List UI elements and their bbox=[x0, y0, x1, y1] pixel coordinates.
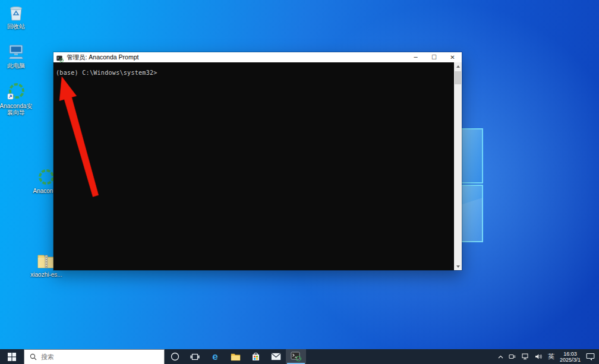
desktop-icon-recycle-bin[interactable]: 回收站 bbox=[0, 4, 33, 30]
window-title: 管理员: Anaconda Prompt bbox=[67, 53, 406, 62]
task-view-icon bbox=[190, 353, 200, 361]
cortana-icon bbox=[171, 352, 179, 361]
edge-icon: e bbox=[212, 352, 217, 362]
desktop-icon-this-pc[interactable]: 此电脑 bbox=[0, 43, 33, 69]
anaconda-icon bbox=[37, 168, 55, 186]
action-center-icon[interactable] bbox=[586, 353, 595, 360]
usb-device-icon[interactable] bbox=[509, 353, 516, 360]
minimize-button[interactable]: ─ bbox=[406, 52, 425, 62]
scroll-down-icon[interactable] bbox=[454, 262, 462, 270]
start-button[interactable] bbox=[0, 349, 24, 364]
taskbar-anaconda-prompt-button[interactable] bbox=[286, 349, 306, 364]
desktop-icon-anaconda-wizard[interactable]: Anaconda安装向导 bbox=[0, 83, 34, 116]
taskbar-edge-button[interactable]: e bbox=[205, 349, 225, 364]
window-titlebar[interactable]: 管理员: Anaconda Prompt ─ ☐ ✕ bbox=[53, 52, 462, 62]
volume-icon[interactable] bbox=[535, 353, 543, 360]
taskbar-clock[interactable]: 16:03 2025/3/1 bbox=[560, 351, 581, 363]
file-explorer-icon bbox=[231, 353, 241, 361]
network-icon[interactable] bbox=[522, 353, 529, 360]
desktop-icon-label: 此电脑 bbox=[7, 62, 25, 69]
desktop: 回收站 此电脑 Anaconda安装向导 An bbox=[0, 0, 599, 364]
this-pc-icon bbox=[7, 43, 25, 61]
recycle-bin-icon bbox=[8, 4, 24, 21]
terminal-prompt-line: (base) C:\Windows\system32> bbox=[56, 69, 157, 76]
hidden-icons-chevron-icon[interactable] bbox=[498, 355, 503, 359]
taskbar-search[interactable] bbox=[24, 349, 165, 364]
taskbar-file-explorer-button[interactable] bbox=[225, 349, 245, 364]
scrollbar-thumb[interactable] bbox=[455, 71, 461, 84]
desktop-icon-label: xiaozhi-es... bbox=[30, 271, 62, 278]
taskbar-mail-button[interactable] bbox=[266, 349, 286, 364]
terminal-scrollbar[interactable] bbox=[454, 62, 462, 270]
taskbar: e bbox=[0, 349, 599, 364]
taskbar-task-view-button[interactable] bbox=[185, 349, 205, 364]
clock-date: 2025/3/1 bbox=[560, 357, 581, 363]
anaconda-prompt-icon bbox=[56, 54, 64, 61]
desktop-icon-label: 回收站 bbox=[7, 23, 25, 30]
search-icon bbox=[30, 353, 37, 360]
anaconda-wizard-icon bbox=[7, 83, 26, 101]
store-icon bbox=[251, 352, 260, 361]
taskbar-cortana-button[interactable] bbox=[165, 349, 185, 364]
search-input[interactable] bbox=[41, 353, 148, 360]
mail-icon bbox=[271, 353, 281, 360]
anaconda-prompt-window[interactable]: 管理员: Anaconda Prompt ─ ☐ ✕ (base) C:\Win… bbox=[53, 52, 462, 270]
desktop-icon-label: Anaconda安装向导 bbox=[0, 103, 34, 116]
close-button[interactable]: ✕ bbox=[443, 52, 462, 62]
taskbar-store-button[interactable] bbox=[245, 349, 266, 364]
system-tray: 英 16:03 2025/3/1 bbox=[494, 349, 599, 364]
maximize-button[interactable]: ☐ bbox=[425, 52, 443, 62]
ime-indicator[interactable]: 英 bbox=[548, 352, 554, 361]
terminal-output[interactable]: (base) C:\Windows\system32> bbox=[53, 62, 462, 270]
windows-logo-icon bbox=[8, 353, 16, 361]
clock-time: 16:03 bbox=[560, 351, 581, 357]
anaconda-prompt-taskbar-icon bbox=[291, 352, 302, 362]
scroll-up-icon[interactable] bbox=[454, 62, 462, 70]
